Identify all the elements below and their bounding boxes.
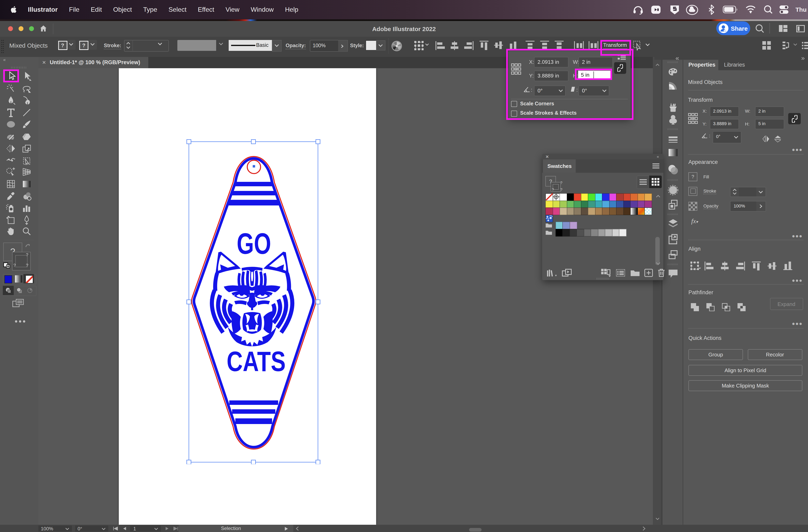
svg-text:CATS: CATS	[227, 345, 286, 377]
svg-text:GO: GO	[237, 227, 271, 260]
